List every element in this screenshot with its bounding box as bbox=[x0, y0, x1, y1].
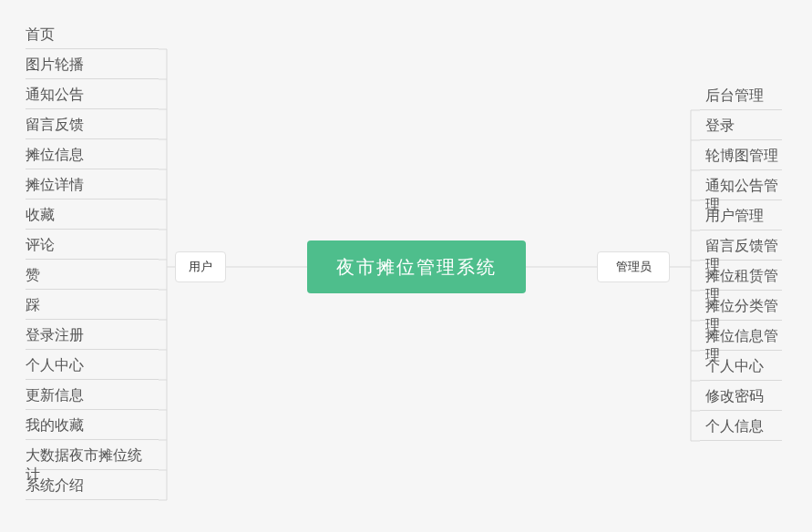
leaf-left-4: 摊位信息 bbox=[26, 146, 159, 169]
leaf-left-6: 收藏 bbox=[26, 206, 159, 230]
leaf-left-13: 我的收藏 bbox=[26, 416, 159, 440]
leaf-right-0: 后台管理 bbox=[700, 87, 782, 110]
leaf-right-11: 个人信息 bbox=[700, 417, 782, 441]
branch-user: 用户 bbox=[175, 251, 226, 282]
leaf-left-1: 图片轮播 bbox=[26, 56, 159, 79]
mindmap-root: 夜市摊位管理系统 bbox=[307, 240, 526, 293]
leaf-left-5: 摊位详情 bbox=[26, 176, 159, 200]
leaf-left-11: 个人中心 bbox=[26, 356, 159, 380]
leaf-left-9: 踩 bbox=[26, 296, 159, 320]
leaf-left-12: 更新信息 bbox=[26, 386, 159, 410]
leaf-right-8: 摊位信息管理 bbox=[700, 327, 782, 351]
leaf-left-3: 留言反馈 bbox=[26, 116, 159, 139]
leaf-right-9: 个人中心 bbox=[700, 357, 782, 381]
leaf-right-4: 用户管理 bbox=[700, 207, 782, 230]
branch-admin: 管理员 bbox=[597, 251, 670, 282]
leaf-right-6: 摊位租赁管理 bbox=[700, 267, 782, 291]
leaf-left-2: 通知公告 bbox=[26, 86, 159, 109]
leaf-left-10: 登录注册 bbox=[26, 326, 159, 350]
leaf-right-2: 轮博图管理 bbox=[700, 147, 782, 170]
leaf-right-10: 修改密码 bbox=[700, 387, 782, 411]
leaf-left-8: 赞 bbox=[26, 266, 159, 290]
leaf-left-15: 系统介绍 bbox=[26, 476, 159, 500]
leaf-left-14: 大数据夜市摊位统计 bbox=[26, 446, 159, 470]
leaf-right-5: 留言反馈管理 bbox=[700, 237, 782, 261]
leaf-right-3: 通知公告管理 bbox=[700, 177, 782, 200]
leaf-right-7: 摊位分类管理 bbox=[700, 297, 782, 321]
leaf-right-1: 登录 bbox=[700, 117, 782, 140]
leaf-left-0: 首页 bbox=[26, 26, 159, 49]
leaf-left-7: 评论 bbox=[26, 236, 159, 260]
